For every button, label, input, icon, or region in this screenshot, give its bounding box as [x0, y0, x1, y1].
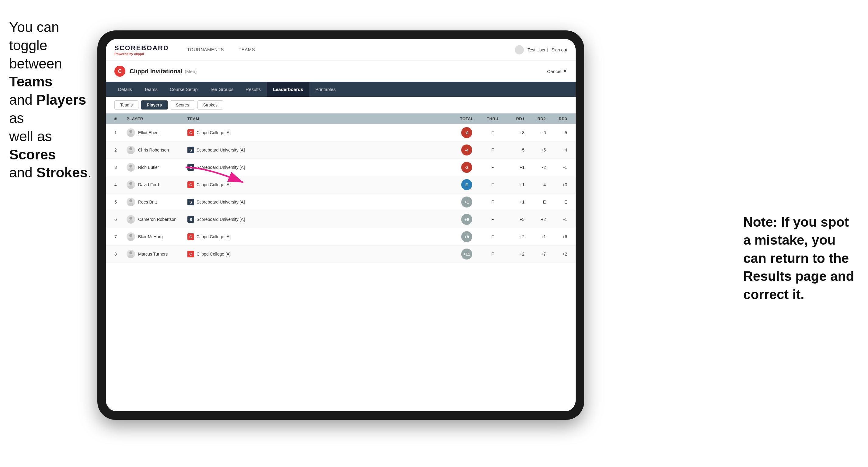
- subnav-course-setup[interactable]: Course Setup: [164, 82, 204, 97]
- rd3-cell: -1: [546, 217, 567, 222]
- col-player: PLAYER: [127, 117, 187, 121]
- table-row: 1 Elliot Ebert C Clippd College [A] -8 F…: [106, 124, 576, 142]
- total-badge: +1: [461, 196, 472, 208]
- svg-point-3: [129, 147, 132, 150]
- leaderboard-table: # PLAYER TEAM TOTAL THRU RD1 RD2 RD3 1 E…: [106, 114, 576, 411]
- player-avatar: [127, 180, 135, 189]
- team-cell: S Scoreboard University [A]: [187, 199, 452, 205]
- svg-point-7: [129, 182, 132, 185]
- thru-cell: F: [482, 252, 503, 256]
- rank-cell: 3: [114, 165, 127, 170]
- svg-point-11: [129, 217, 132, 220]
- table-header: # PLAYER TEAM TOTAL THRU RD1 RD2 RD3: [106, 114, 576, 124]
- sub-nav: Details Teams Course Setup Tee Groups Re…: [106, 82, 576, 97]
- table-row: 6 Cameron Robertson S Scoreboard Univers…: [106, 211, 576, 228]
- toggle-players-button[interactable]: Players: [141, 100, 168, 110]
- rd3-cell: E: [546, 199, 567, 205]
- team-logo-icon: S: [187, 216, 194, 223]
- avatar: [515, 45, 524, 55]
- table-row: 2 Chris Robertson S Scoreboard Universit…: [106, 142, 576, 159]
- team-cell: S Scoreboard University [A]: [187, 147, 452, 153]
- subnav-printables[interactable]: Printables: [309, 82, 342, 97]
- rd1-cell: +3: [503, 130, 525, 135]
- toggle-scores-button[interactable]: Scores: [170, 100, 195, 110]
- subnav-results[interactable]: Results: [240, 82, 267, 97]
- player-cell: David Ford: [127, 180, 187, 189]
- rd3-cell: -1: [546, 165, 567, 170]
- table-row: 3 Rich Butler S Scoreboard University [A…: [106, 159, 576, 176]
- tablet-screen: SCOREBOARD Powered by clippd TOURNAMENTS…: [106, 39, 576, 411]
- team-cell: C Clippd College [A]: [187, 129, 452, 136]
- subnav-leaderboards[interactable]: Leaderboards: [267, 82, 309, 97]
- svg-point-10: [128, 203, 133, 206]
- player-name: Blair McHarg: [138, 234, 163, 239]
- table-body: 1 Elliot Ebert C Clippd College [A] -8 F…: [106, 124, 576, 263]
- total-cell: +11: [452, 249, 482, 259]
- rank-cell: 7: [114, 234, 127, 239]
- total-cell: E: [452, 179, 482, 190]
- col-rank: #: [114, 117, 127, 121]
- rd1-cell: +1: [503, 165, 525, 170]
- rd1-cell: +5: [503, 217, 525, 222]
- team-name: Scoreboard University [A]: [196, 148, 245, 152]
- arrow-indicator: [183, 164, 249, 190]
- svg-point-6: [128, 168, 133, 172]
- rd1-cell: +2: [503, 234, 525, 239]
- left-annotation: You can toggle between Teams and Players…: [9, 18, 97, 182]
- total-badge: E: [461, 179, 472, 190]
- svg-point-8: [128, 185, 133, 189]
- team-name: Scoreboard University [A]: [196, 199, 245, 205]
- total-cell: +6: [452, 214, 482, 225]
- rd3-cell: -5: [546, 130, 567, 135]
- col-rd2: RD2: [525, 117, 546, 121]
- svg-point-14: [128, 237, 133, 241]
- rd2-cell: +1: [525, 234, 546, 239]
- sign-out-link[interactable]: Sign out: [552, 48, 567, 52]
- thru-cell: F: [482, 130, 503, 135]
- logo-subtitle: Powered by clippd: [114, 52, 169, 56]
- tournament-header: C Clippd Invitational (Men) Cancel ✕: [106, 61, 576, 82]
- logo-brand: clippd: [134, 52, 144, 56]
- rd2-cell: E: [525, 199, 546, 205]
- total-badge: -8: [461, 127, 472, 138]
- rank-cell: 2: [114, 148, 127, 152]
- svg-point-15: [129, 251, 132, 254]
- total-badge: -2: [461, 162, 472, 173]
- player-cell: Rich Butler: [127, 163, 187, 172]
- rd1-cell: +1: [503, 199, 525, 205]
- cancel-button[interactable]: Cancel ✕: [547, 68, 567, 74]
- total-cell: -8: [452, 127, 482, 138]
- logo-subtitle-pre: Powered by: [114, 52, 134, 56]
- total-cell: -4: [452, 145, 482, 155]
- subnav-details[interactable]: Details: [112, 82, 138, 97]
- player-name: Marcus Turners: [138, 252, 168, 256]
- player-avatar: [127, 128, 135, 137]
- player-name: Rich Butler: [138, 165, 159, 170]
- table-row: 8 Marcus Turners C Clippd College [A] +1…: [106, 246, 576, 263]
- nav-tournaments[interactable]: TOURNAMENTS: [180, 39, 231, 61]
- total-badge: +11: [461, 249, 472, 259]
- scoreboard-logo: SCOREBOARD Powered by clippd: [114, 44, 169, 56]
- subnav-tee-groups[interactable]: Tee Groups: [204, 82, 240, 97]
- rank-cell: 6: [114, 217, 127, 222]
- col-rd1: RD1: [503, 117, 525, 121]
- rank-cell: 4: [114, 182, 127, 187]
- toggle-strokes-button[interactable]: Strokes: [197, 100, 223, 110]
- nav-teams[interactable]: TEAMS: [231, 39, 262, 61]
- rd1-cell: +1: [503, 182, 525, 187]
- rd3-cell: -4: [546, 148, 567, 152]
- player-name: Cameron Robertson: [138, 217, 177, 222]
- rd3-cell: +2: [546, 252, 567, 256]
- player-avatar: [127, 146, 135, 154]
- team-cell: S Scoreboard University [A]: [187, 216, 452, 223]
- svg-point-5: [129, 164, 132, 168]
- rd2-cell: +7: [525, 252, 546, 256]
- tournament-gender: (Men): [185, 69, 196, 74]
- rd3-cell: +6: [546, 234, 567, 239]
- team-logo-icon: S: [187, 147, 194, 153]
- player-avatar: [127, 163, 135, 172]
- subnav-teams[interactable]: Teams: [138, 82, 164, 97]
- team-name: Clippd College [A]: [196, 130, 230, 135]
- toggle-teams-button[interactable]: Teams: [114, 100, 138, 110]
- rd2-cell: +2: [525, 217, 546, 222]
